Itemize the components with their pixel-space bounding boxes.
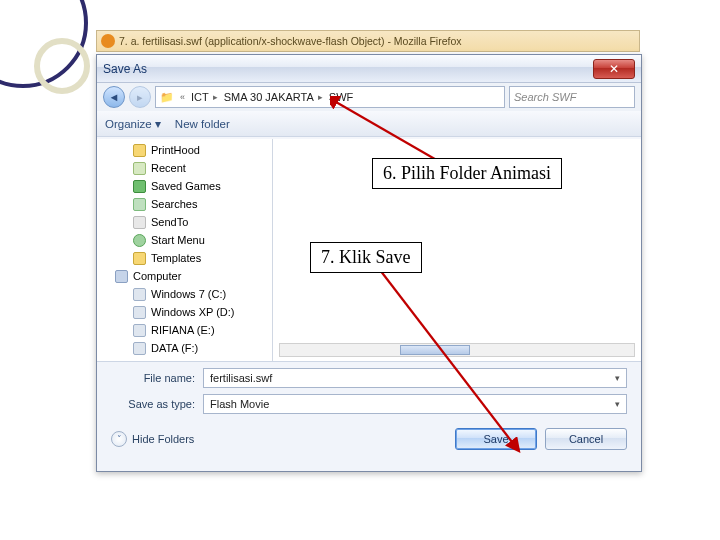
close-button[interactable]: ✕ <box>593 59 635 79</box>
cancel-button[interactable]: Cancel <box>545 428 627 450</box>
tree-node-label: RIFIANA (E:) <box>151 324 215 336</box>
tree-node-label: PrintHood <box>151 144 200 156</box>
breadcrumb-item[interactable]: SMA 30 JAKARTA▸ <box>224 91 323 103</box>
tree-node[interactable]: Computer <box>97 267 272 285</box>
save-type-select[interactable]: Flash Movie▾ <box>203 394 627 414</box>
tree-node[interactable]: Start Menu <box>97 231 272 249</box>
toolbar: Organize ▾ New folder <box>97 111 641 137</box>
tree-node[interactable]: Searches <box>97 195 272 213</box>
hide-folders-label: Hide Folders <box>132 433 194 445</box>
tree-node-label: Templates <box>151 252 201 264</box>
tree-node-label: SendTo <box>151 216 188 228</box>
close-icon: ✕ <box>609 62 619 76</box>
file-name-input[interactable]: fertilisasi.swf▾ <box>203 368 627 388</box>
tree-node-label: Windows XP (D:) <box>151 306 235 318</box>
tree-node[interactable]: Windows 7 (C:) <box>97 285 272 303</box>
recent-icon <box>133 162 146 175</box>
saved-icon <box>133 180 146 193</box>
breadcrumb-item[interactable]: SWF <box>329 91 353 103</box>
drive-icon <box>133 324 146 337</box>
collapse-icon: ˅ <box>111 431 127 447</box>
drive-icon <box>133 288 146 301</box>
tree-node[interactable]: Templates <box>97 249 272 267</box>
folder-icon <box>133 144 146 157</box>
tree-node-label: Computer <box>133 270 181 282</box>
scrollbar-thumb[interactable] <box>400 345 470 355</box>
tree-node[interactable]: Saved Games <box>97 177 272 195</box>
instruction-callout-7: 7. Klik Save <box>310 242 422 273</box>
chevron-left-icon: ◄ <box>109 91 120 103</box>
tree-node-label: Recent <box>151 162 186 174</box>
instruction-callout-6: 6. Pilih Folder Animasi <box>372 158 562 189</box>
menu-icon <box>133 234 146 247</box>
firefox-icon <box>101 34 115 48</box>
search-icon <box>133 198 146 211</box>
nav-back-button[interactable]: ◄ <box>103 86 125 108</box>
dialog-title: Save As <box>103 62 147 76</box>
new-folder-button[interactable]: New folder <box>175 118 230 130</box>
save-type-label: Save as type: <box>111 398 203 410</box>
tree-node-label: Windows 7 (C:) <box>151 288 226 300</box>
drive-icon <box>133 306 146 319</box>
hide-folders-toggle[interactable]: ˅ Hide Folders <box>111 431 194 447</box>
file-name-label: File name: <box>111 372 203 384</box>
tree-node[interactable]: Recent <box>97 159 272 177</box>
address-row: ◄ ▸ 📁 « ICT▸ SMA 30 JAKARTA▸ SWF Search … <box>97 83 641 111</box>
folder-tree[interactable]: PrintHoodRecentSaved GamesSearchesSendTo… <box>97 139 273 361</box>
chevron-right-icon: ▸ <box>137 91 143 104</box>
dialog-footer: File name: fertilisasi.swf▾ Save as type… <box>97 361 641 471</box>
tree-node-label: Saved Games <box>151 180 221 192</box>
search-placeholder: Search SWF <box>514 91 576 103</box>
tree-node-label: Searches <box>151 198 197 210</box>
tree-node[interactable]: PrintHood <box>97 141 272 159</box>
organize-menu[interactable]: Organize ▾ <box>105 117 161 131</box>
chevron-icon: « <box>180 92 185 102</box>
browser-titlebar: 7. a. fertilisasi.swf (application/x-sho… <box>96 30 640 52</box>
tree-node[interactable]: Windows XP (D:) <box>97 303 272 321</box>
comp-icon <box>115 270 128 283</box>
browser-tab-title: 7. a. fertilisasi.swf (application/x-sho… <box>119 35 462 47</box>
search-input[interactable]: Search SWF <box>509 86 635 108</box>
folder-icon: 📁 <box>160 91 174 104</box>
drive-icon <box>133 342 146 355</box>
tree-node-label: DATA (F:) <box>151 342 198 354</box>
slide-corner-decoration <box>0 0 90 100</box>
tree-node-label: Start Menu <box>151 234 205 246</box>
send-icon <box>133 216 146 229</box>
nav-forward-button[interactable]: ▸ <box>129 86 151 108</box>
save-button[interactable]: Save <box>455 428 537 450</box>
horizontal-scrollbar[interactable] <box>279 343 635 357</box>
breadcrumb-item[interactable]: ICT▸ <box>191 91 218 103</box>
tree-node[interactable]: DATA (F:) <box>97 339 272 357</box>
dialog-titlebar[interactable]: Save As ✕ <box>97 55 641 83</box>
templ-icon <box>133 252 146 265</box>
tree-node[interactable]: RIFIANA (E:) <box>97 321 272 339</box>
breadcrumb-bar[interactable]: 📁 « ICT▸ SMA 30 JAKARTA▸ SWF <box>155 86 505 108</box>
tree-node[interactable]: SendTo <box>97 213 272 231</box>
chevron-down-icon[interactable]: ▾ <box>615 373 620 383</box>
chevron-down-icon[interactable]: ▾ <box>615 399 620 409</box>
